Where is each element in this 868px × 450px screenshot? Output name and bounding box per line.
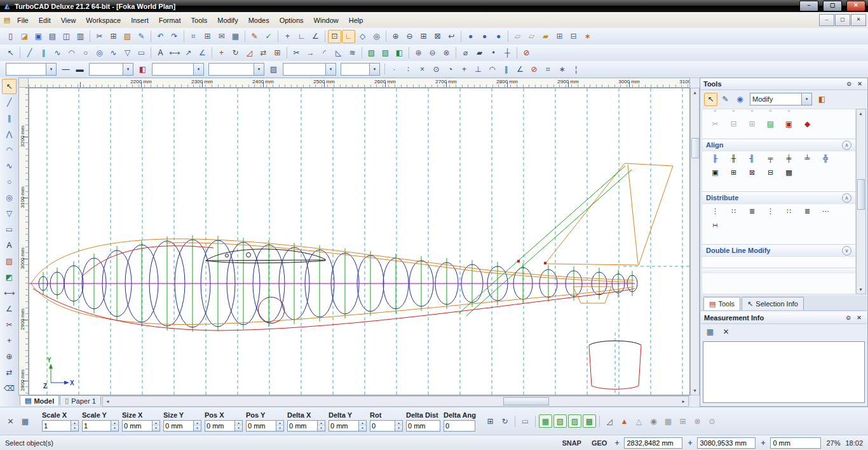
mirror-tool-icon[interactable]: ⇄ xyxy=(257,46,270,60)
stretch-icon[interactable]: ⊟ xyxy=(727,118,740,131)
section-header-distribute[interactable]: Distribute∧ xyxy=(702,191,855,204)
scale-tool-icon[interactable]: ◿ xyxy=(243,46,256,60)
pin-icon[interactable]: ⊙ xyxy=(844,81,853,87)
construction-line-icon[interactable]: ┼ xyxy=(501,46,514,60)
text-icon[interactable]: A xyxy=(2,238,17,253)
explode-icon[interactable]: ∗ xyxy=(581,30,594,43)
render-hidden-line-icon[interactable]: ● xyxy=(478,30,491,43)
layer-combo[interactable]: ▾ xyxy=(6,63,57,76)
align-to-object-icon[interactable]: ⊠ xyxy=(745,166,759,179)
boolean-intersect-icon[interactable]: ⊗ xyxy=(440,46,453,60)
distribute-horizontal-icon[interactable]: ≣ xyxy=(745,205,759,218)
measure-area-icon[interactable]: ▰ xyxy=(473,46,486,60)
field-input-scale-x[interactable] xyxy=(42,420,71,432)
pen-color-combo[interactable]: ▾ xyxy=(152,63,204,76)
selector-reset-icon[interactable]: ↻ xyxy=(498,414,512,428)
align-top-icon[interactable]: ╤ xyxy=(764,152,777,165)
send-mail-icon[interactable]: ✉ xyxy=(215,30,228,43)
library-icon[interactable]: ▱ xyxy=(525,30,538,43)
spinner-pos-y[interactable]: ▴▾ xyxy=(276,420,284,432)
field-input-size-x[interactable] xyxy=(122,420,153,432)
clipped-tool-icon[interactable]: ▫ xyxy=(727,109,740,117)
palette-scrollbar[interactable]: ▴ ▾ xyxy=(856,109,866,294)
chevron-up-icon[interactable]: ∧ xyxy=(842,193,851,203)
table-mode-icon[interactable]: ⊞ xyxy=(676,414,689,428)
selector-properties-icon[interactable]: ⊞ xyxy=(484,414,497,428)
vertical-ruler[interactable]: 3200 mm3100 mm3000 mm2900 mm2800 mm xyxy=(18,88,29,395)
grid-snap-icon[interactable]: ▦ xyxy=(661,414,675,428)
distribute-right-icon[interactable]: ≣ xyxy=(801,205,814,218)
select-edge-mode-icon[interactable]: ▩ xyxy=(583,414,596,428)
trim-tool-icon[interactable]: ✂ xyxy=(290,46,303,60)
menu-options[interactable]: Options xyxy=(275,15,309,26)
magnetic-point-icon[interactable]: ∗ xyxy=(555,63,569,76)
field-input-size-y[interactable] xyxy=(163,420,194,432)
distribute-center-icon[interactable]: ∷ xyxy=(782,205,796,218)
previous-view-icon[interactable]: ↩ xyxy=(445,30,458,43)
rectangle-icon[interactable]: ▭ xyxy=(2,222,17,237)
render-quality-icon[interactable]: ● xyxy=(492,30,505,43)
fillet-tool-icon[interactable]: ◜ xyxy=(318,46,331,60)
menu-edit[interactable]: Edit xyxy=(34,15,56,26)
align-origin-icon[interactable]: ▩ xyxy=(782,166,796,179)
text-tool-icon[interactable]: A xyxy=(154,46,167,60)
combo-arrow-icon[interactable]: ▾ xyxy=(325,64,336,75)
x-coordinate-input[interactable] xyxy=(624,437,682,449)
polyline-tool-icon[interactable]: ∿ xyxy=(51,46,64,60)
snap-tangent-icon[interactable]: ◠ xyxy=(485,63,499,76)
point-tool-icon[interactable]: • xyxy=(487,46,500,60)
zoom-out-icon[interactable]: ⊖ xyxy=(403,30,416,43)
zoom-in-icon[interactable]: ⊕ xyxy=(389,30,402,43)
chevron-up-icon[interactable]: ∧ xyxy=(842,140,851,150)
shear-icon[interactable]: ✂ xyxy=(709,118,722,131)
pan-tool-icon[interactable]: ⇄ xyxy=(2,365,17,380)
delete-measurement-icon[interactable]: ✕ xyxy=(719,325,733,339)
move-tool-icon[interactable]: + xyxy=(215,46,228,60)
spinner-scale-y[interactable]: ▴▾ xyxy=(111,420,119,432)
boolean-add-icon[interactable]: ⊕ xyxy=(412,46,425,60)
extend-tool-icon[interactable]: → xyxy=(304,46,317,60)
chamfer-tool-icon[interactable]: ◺ xyxy=(332,46,345,60)
field-input-delta-x[interactable] xyxy=(287,420,318,432)
target-icon[interactable]: ⊙ xyxy=(705,414,719,428)
menu-file[interactable]: File xyxy=(12,15,34,26)
snap-midpoint-icon[interactable]: ∶ xyxy=(402,63,415,76)
new-from-selection-icon[interactable]: ▤ xyxy=(764,118,777,131)
ungroup-icon[interactable]: ⊟ xyxy=(567,30,580,43)
combo-arrow-icon[interactable]: ▾ xyxy=(193,64,203,75)
scroll-down-icon[interactable]: ▾ xyxy=(691,386,699,395)
show-magnetic-icon[interactable]: ¦ xyxy=(569,63,583,76)
horizontal-scrollbar[interactable]: ◂ ▸ xyxy=(102,396,689,407)
palette-category-combo[interactable]: Modify▾ xyxy=(750,93,812,106)
clipped-tool-icon[interactable]: ▫ xyxy=(764,109,777,117)
field-input-pos-x[interactable] xyxy=(205,420,235,432)
align-middle-icon[interactable]: ╪ xyxy=(782,152,796,165)
spinner-rot[interactable]: ▴▾ xyxy=(395,420,403,432)
open-icon[interactable]: ◪ xyxy=(18,30,31,43)
select-2d-mode-icon[interactable]: ▦ xyxy=(539,414,552,428)
scroll-left-icon[interactable]: ◂ xyxy=(103,399,112,404)
spinner-scale-x[interactable]: ▴▾ xyxy=(71,420,79,432)
distribute-both-icon[interactable]: ∺ xyxy=(709,219,722,232)
select-tool-icon[interactable]: ↖ xyxy=(4,46,17,60)
snap-intersection-icon[interactable]: + xyxy=(458,63,471,76)
distribute-equal-icon[interactable]: ⋯ xyxy=(819,205,832,218)
print-preview-icon[interactable]: ◫ xyxy=(60,30,73,43)
markup-check-icon[interactable]: ✓ xyxy=(262,30,275,43)
close-measurement-icon[interactable]: ✕ xyxy=(855,315,864,321)
snap-quadrant-icon[interactable]: ◔ xyxy=(444,63,457,76)
rotate-handle-icon[interactable]: ▲ xyxy=(618,414,631,428)
menu-help[interactable]: Help xyxy=(344,15,369,26)
menu-view[interactable]: View xyxy=(56,15,81,26)
menu-insert[interactable]: Insert xyxy=(126,15,154,26)
field-input-delta-dist[interactable] xyxy=(406,420,440,432)
dimension-tool-icon[interactable]: ⟷ xyxy=(168,46,181,60)
clipped-tool-icon[interactable]: ▫ xyxy=(709,109,722,117)
curve-icon[interactable]: ∿ xyxy=(2,158,17,174)
warning-icon[interactable]: △ xyxy=(632,414,646,428)
scrollbar-thumb[interactable] xyxy=(691,138,700,158)
vertical-scrollbar[interactable]: ▴ ▾ xyxy=(690,88,700,395)
format-painter-icon[interactable]: ✎ xyxy=(135,30,148,43)
palette-scroll-down-icon[interactable]: ▾ xyxy=(857,285,865,294)
distribute-spacing-icon[interactable]: ∷ xyxy=(727,205,740,218)
